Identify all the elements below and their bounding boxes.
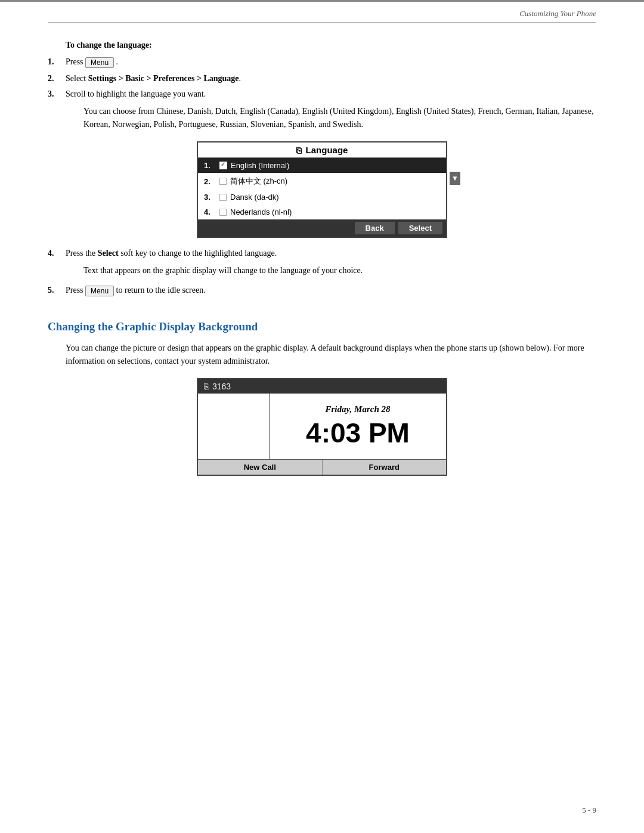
step-4-number: 4. xyxy=(48,249,66,258)
idle-header: ⎘ 3163 xyxy=(198,379,446,394)
step-2-content: Select Settings > Basic > Preferences > … xyxy=(66,74,241,83)
check-3 xyxy=(219,194,227,201)
screen-footer: Back Select xyxy=(198,219,446,237)
step-5: 5. Press Menu to return to the idle scre… xyxy=(48,286,596,296)
idle-right-panel: Friday, March 28 4:03 PM xyxy=(270,394,446,459)
item-3-num: 3. xyxy=(204,193,216,202)
steps-list: 1. Press Menu . 2. Select Settings > Bas… xyxy=(48,57,596,99)
screen-title-bar: ⎘ Language xyxy=(198,143,446,158)
main-content: To change the language: 1. Press Menu . … xyxy=(0,41,644,476)
step-3-content: Scroll to highlight the language you wan… xyxy=(66,89,206,99)
idle-left-panel xyxy=(198,394,270,459)
item-1-num: 1. xyxy=(204,161,216,170)
item-4-num: 4. xyxy=(204,208,216,216)
menu-key: Menu xyxy=(85,57,114,68)
step-3-number: 3. xyxy=(48,89,66,99)
back-button[interactable]: Back xyxy=(355,222,395,234)
step-1: 1. Press Menu . xyxy=(48,57,596,68)
idle-date: Friday, March 28 xyxy=(325,404,390,414)
step-1-number: 1. xyxy=(48,57,66,67)
select-button[interactable]: Select xyxy=(398,222,442,234)
step-2: 2. Select Settings > Basic > Preferences… xyxy=(48,74,596,83)
scroll-down-arrow: ▼ xyxy=(450,172,460,185)
new-call-button[interactable]: New Call xyxy=(198,460,323,475)
screen-title: Language xyxy=(306,145,348,155)
language-item-2: 2. 简体中文 (zh-cn) xyxy=(198,173,446,190)
language-choices-text: You can choose from Chinese, Danish, Dut… xyxy=(83,105,596,131)
graphic-section-heading: Changing the Graphic Display Background xyxy=(48,320,596,333)
item-4-label: Nederlands (nl-nl) xyxy=(230,208,292,216)
steps-list-5: 5. Press Menu to return to the idle scre… xyxy=(48,286,596,296)
item-3-label: Dansk (da-dk) xyxy=(230,193,279,202)
language-list: 1. ✓ English (Internal) 2. 简体中文 (zh-cn) … xyxy=(198,158,446,219)
idle-footer: New Call Forward xyxy=(198,459,446,475)
menu-key-2: Menu xyxy=(85,286,114,296)
spacer xyxy=(48,302,596,320)
step-4-content: Press the Select soft key to change to t… xyxy=(66,249,277,258)
header-divider xyxy=(48,22,596,23)
idle-body: Friday, March 28 4:03 PM xyxy=(198,394,446,459)
step-1-content: Press Menu . xyxy=(66,57,118,68)
item-1-label: English (Internal) xyxy=(231,161,289,170)
check-2 xyxy=(219,178,227,185)
steps-list-4: 4. Press the Select soft key to change t… xyxy=(48,249,596,258)
step-5-number: 5. xyxy=(48,286,66,295)
step4-sub-text: Text that appears on the graphic display… xyxy=(83,264,596,277)
language-screen: ⎘ Language 1. ✓ English (Internal) 2. 简体… xyxy=(197,141,447,238)
step-5-content: Press Menu to return to the idle screen. xyxy=(66,286,206,296)
check-4 xyxy=(219,209,227,216)
page-header: Customizing Your Phone xyxy=(0,2,644,22)
idle-extension: 3163 xyxy=(212,382,231,391)
graphic-body-text: You can change the picture or design tha… xyxy=(66,342,596,367)
step-4: 4. Press the Select soft key to change t… xyxy=(48,249,596,258)
phone-icon: ⎘ xyxy=(296,145,301,155)
step-3: 3. Scroll to highlight the language you … xyxy=(48,89,596,99)
item-2-num: 2. xyxy=(204,177,216,186)
page-number: 5 - 9 xyxy=(582,806,596,815)
idle-time: 4:03 PM xyxy=(306,417,410,449)
step-2-number: 2. xyxy=(48,74,66,83)
header-title: Customizing Your Phone xyxy=(519,9,596,18)
item-2-label: 简体中文 (zh-cn) xyxy=(230,176,287,187)
language-screen-wrapper: ⎘ Language 1. ✓ English (Internal) 2. 简体… xyxy=(197,141,447,238)
language-item-4: 4. Nederlands (nl-nl) xyxy=(198,205,446,219)
check-1: ✓ xyxy=(219,162,227,169)
idle-phone-icon: ⎘ xyxy=(204,382,209,391)
language-change-heading: To change the language: xyxy=(66,41,596,50)
forward-button[interactable]: Forward xyxy=(323,460,447,475)
idle-screen: ⎘ 3163 Friday, March 28 4:03 PM New Call… xyxy=(197,378,447,476)
idle-screen-wrapper: ⎘ 3163 Friday, March 28 4:03 PM New Call… xyxy=(197,378,447,476)
language-item-1: 1. ✓ English (Internal) xyxy=(198,158,446,173)
language-item-3: 3. Dansk (da-dk) xyxy=(198,190,446,205)
